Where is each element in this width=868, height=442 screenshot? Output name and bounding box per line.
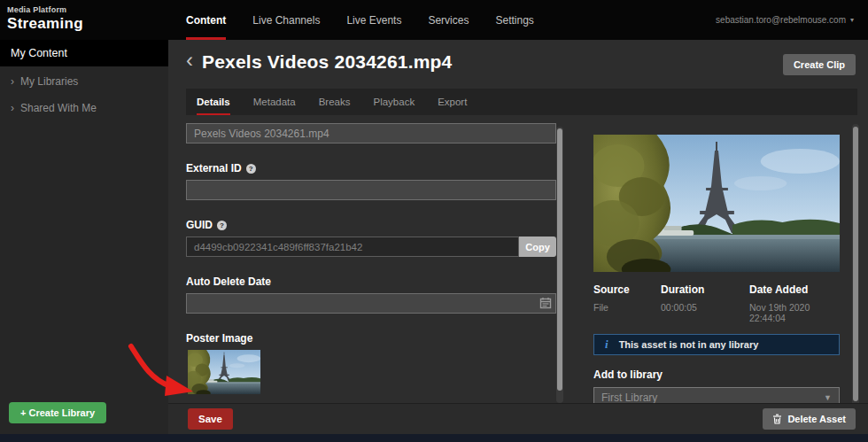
sidebar: My Content › My Libraries › Shared With … <box>0 40 168 434</box>
sidebar-item-my-libraries[interactable]: › My Libraries <box>0 68 168 95</box>
user-menu[interactable]: sebastian.toro@rebelmouse.com ▾ <box>716 0 854 40</box>
main-content: ‹ Pexels Videos 2034261.mp4 Create Clip … <box>168 40 868 434</box>
nav-settings[interactable]: Settings <box>495 0 533 40</box>
meta-date-added-label: Date Added <box>749 283 840 296</box>
auto-delete-date-input[interactable] <box>186 293 556 314</box>
tab-breaks[interactable]: Breaks <box>319 89 351 115</box>
form-scrollbar[interactable] <box>556 127 563 403</box>
delete-asset-label: Delete Asset <box>787 414 846 424</box>
nav-content[interactable]: Content <box>186 0 226 40</box>
meta-source: Source File <box>593 283 661 323</box>
guid-input[interactable] <box>186 237 519 257</box>
trash-icon <box>772 414 782 424</box>
tab-details[interactable]: Details <box>197 89 230 115</box>
chevron-right-icon: › <box>11 75 14 88</box>
page-title: Pexels Videos 2034261.mp4 <box>202 51 452 73</box>
guid-label: GUID ? <box>186 219 556 231</box>
top-bar: Media Platform Streaming Content Live Ch… <box>0 0 868 40</box>
copy-guid-button[interactable]: Copy <box>519 237 556 257</box>
sidebar-item-label: Shared With Me <box>20 102 97 114</box>
library-select-value: First Library <box>601 392 657 404</box>
external-id-input[interactable] <box>186 180 556 200</box>
logo-large-text: Streaming <box>7 15 83 33</box>
meta-date-added: Date Added Nov 19th 2020 22:44:04 <box>749 283 840 323</box>
meta-date-added-value: Nov 19th 2020 22:44:04 <box>749 302 840 323</box>
help-icon[interactable]: ? <box>217 221 227 230</box>
external-id-label: External ID ? <box>186 162 556 174</box>
nav-live-events[interactable]: Live Events <box>346 0 401 40</box>
tab-export[interactable]: Export <box>438 89 467 115</box>
library-info-banner: i This asset is not in any library <box>593 334 840 355</box>
sidebar-item-label: My Libraries <box>20 75 78 88</box>
meta-source-label: Source <box>593 283 661 296</box>
nav-live-channels[interactable]: Live Channels <box>252 0 320 40</box>
top-nav: Content Live Channels Live Events Servic… <box>186 0 534 40</box>
panel-scrollbar-thumb[interactable] <box>853 127 858 401</box>
help-icon[interactable]: ? <box>246 164 256 174</box>
info-banner-text: This asset is not in any library <box>619 339 759 350</box>
chevron-right-icon: › <box>11 102 14 114</box>
sidebar-item-label: My Content <box>11 47 67 59</box>
calendar-icon[interactable] <box>539 297 552 309</box>
tab-metadata[interactable]: Metadata <box>253 89 296 115</box>
poster-image-thumbnail <box>188 350 260 394</box>
auto-delete-date-label: Auto Delete Date <box>186 275 556 288</box>
back-icon[interactable]: ‹ <box>186 50 193 74</box>
user-email: sebastian.toro@rebelmouse.com <box>716 15 846 25</box>
footer-action-bar: Save Delete Asset <box>168 403 868 434</box>
chevron-down-icon: ▼ <box>824 393 832 402</box>
sidebar-item-shared-with-me[interactable]: › Shared With Me <box>0 95 168 121</box>
guid-row: Copy <box>186 237 556 257</box>
info-icon: i <box>605 337 608 352</box>
bottom-strip <box>0 434 868 442</box>
details-form: External ID ? GUID ? Copy Auto Delete Da… <box>186 123 556 414</box>
auto-delete-date-field <box>186 293 556 314</box>
app-logo[interactable]: Media Platform Streaming <box>7 5 83 33</box>
panel-scrollbar[interactable] <box>852 124 859 407</box>
meta-duration-value: 00:00:05 <box>661 302 749 313</box>
tab-playback[interactable]: Playback <box>373 89 415 115</box>
tab-bar: Details Metadata Breaks Playback Export <box>186 89 857 115</box>
logo-small-text: Media Platform <box>7 5 83 14</box>
page-header: ‹ Pexels Videos 2034261.mp4 <box>186 50 452 74</box>
form-scrollbar-thumb[interactable] <box>557 128 562 391</box>
delete-asset-button[interactable]: Delete Asset <box>763 408 856 430</box>
title-input[interactable] <box>186 123 556 143</box>
create-library-button[interactable]: + Create Library <box>9 402 106 423</box>
meta-duration: Duration 00:00:05 <box>661 283 749 323</box>
meta-duration-label: Duration <box>661 283 749 296</box>
chevron-down-icon: ▾ <box>850 16 854 24</box>
poster-image-label: Poster Image <box>186 332 556 345</box>
nav-services[interactable]: Services <box>428 0 469 40</box>
app-window: Media Platform Streaming Content Live Ch… <box>0 0 868 442</box>
save-button[interactable]: Save <box>188 408 233 430</box>
meta-source-value: File <box>593 302 661 313</box>
add-to-library-label: Add to library <box>593 368 840 381</box>
video-preview-thumbnail <box>593 135 840 272</box>
asset-meta: Source File Duration 00:00:05 Date Added… <box>593 283 840 323</box>
sidebar-item-my-content[interactable]: My Content <box>0 40 168 66</box>
asset-preview-panel: Source File Duration 00:00:05 Date Added… <box>593 135 840 408</box>
create-clip-button[interactable]: Create Clip <box>783 54 856 75</box>
